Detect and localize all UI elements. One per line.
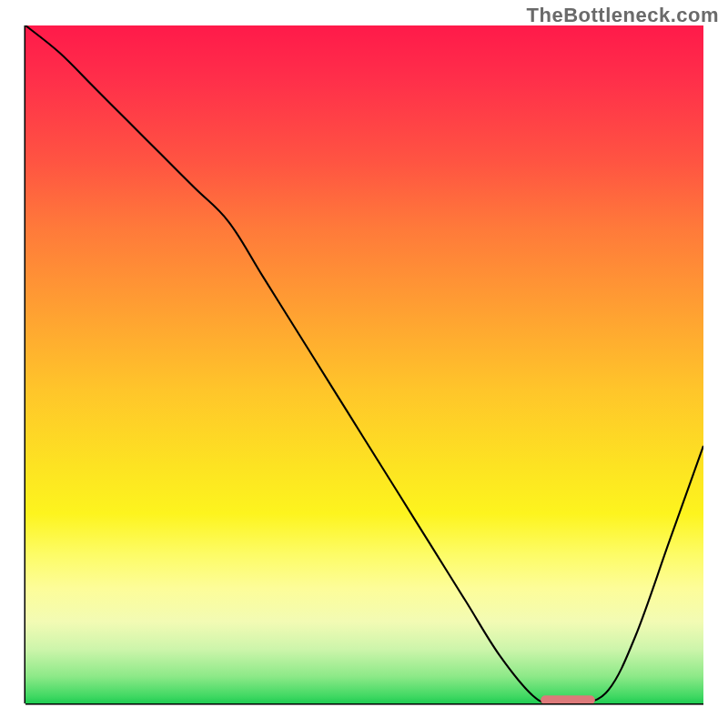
chart-curve-layer [25, 25, 703, 703]
chart-line-series [25, 25, 703, 703]
chart-plot-area [25, 25, 703, 703]
chart-marker [541, 695, 595, 703]
